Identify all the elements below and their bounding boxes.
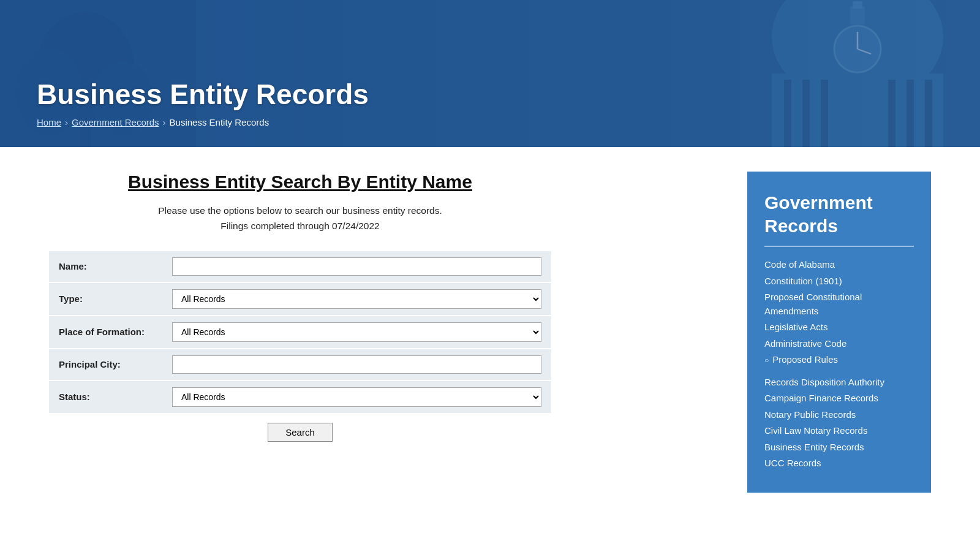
breadcrumb-current: Business Entity Records — [170, 117, 270, 127]
sidebar-item-proposed-constitutional: Proposed Constitutional Amendments — [764, 290, 914, 318]
sidebar-item-code-of-alabama: Code of Alabama — [764, 258, 914, 272]
sidebar-item-ucc-records: UCC Records — [764, 456, 914, 471]
main-content: Business Entity Search By Entity Name Pl… — [49, 172, 747, 442]
breadcrumb-sep-2: › — [163, 117, 166, 127]
breadcrumb-sep-1: › — [65, 117, 68, 127]
sidebar-link-ucc-records[interactable]: UCC Records — [764, 458, 821, 468]
hero-banner: Business Entity Records Home › Governmen… — [0, 0, 980, 147]
sidebar-link-notary-public[interactable]: Notary Public Records — [764, 409, 856, 420]
sidebar-link-proposed-rules[interactable]: Proposed Rules — [772, 353, 838, 367]
page-title: Business Entity Records — [37, 78, 943, 111]
name-field-wrapper — [172, 257, 541, 276]
search-button-row: Search — [49, 423, 551, 442]
breadcrumb: Home › Government Records › Business Ent… — [37, 117, 943, 127]
sidebar-item-legislative-acts: Legislative Acts — [764, 320, 914, 335]
place-select-wrapper: All Records Alabama Foreign — [172, 322, 541, 342]
sidebar-item-records-disposition: Records Disposition Authority — [764, 376, 914, 390]
sidebar-link-legislative-acts[interactable]: Legislative Acts — [764, 322, 827, 332]
name-input[interactable] — [172, 257, 541, 276]
sidebar-item-campaign-finance: Campaign Finance Records — [764, 392, 914, 406]
sidebar-link-campaign-finance[interactable]: Campaign Finance Records — [764, 393, 878, 403]
sidebar-item-business-entity: Business Entity Records — [764, 441, 914, 455]
sidebar-item-civil-law-notary: Civil Law Notary Records — [764, 424, 914, 438]
city-field-wrapper — [172, 355, 541, 374]
search-form: Name: Type: All Records Corporation LLC … — [49, 251, 551, 442]
search-section: Business Entity Search By Entity Name Pl… — [49, 172, 551, 442]
search-section-title: Business Entity Search By Entity Name — [49, 172, 551, 192]
sidebar-link-administrative-code[interactable]: Administrative Code — [764, 338, 846, 349]
search-button[interactable]: Search — [268, 423, 333, 442]
form-row-name: Name: — [49, 251, 551, 283]
sidebar: Government Records Code of Alabama Const… — [747, 172, 931, 493]
status-label: Status: — [59, 392, 172, 402]
search-desc-line2: Filings completed through 07/24/2022 — [221, 221, 379, 231]
sidebar-link-code-of-alabama[interactable]: Code of Alabama — [764, 259, 835, 270]
search-desc-line1: Please use the options below to search o… — [158, 205, 442, 216]
city-label: Principal City: — [59, 359, 172, 369]
status-select[interactable]: All Records Active Inactive Dissolved — [172, 387, 541, 407]
name-label: Name: — [59, 261, 172, 271]
form-row-place: Place of Formation: All Records Alabama … — [49, 316, 551, 349]
sidebar-link-proposed-constitutional[interactable]: Proposed Constitutional Amendments — [764, 292, 862, 316]
form-row-type: Type: All Records Corporation LLC Partne… — [49, 283, 551, 316]
sidebar-item-proposed-rules: Proposed Rules — [764, 353, 914, 367]
sidebar-link-records-disposition[interactable]: Records Disposition Authority — [764, 377, 884, 387]
type-select-wrapper: All Records Corporation LLC Partnership … — [172, 289, 541, 309]
form-row-city: Principal City: — [49, 349, 551, 381]
sidebar-title: Government Records — [764, 191, 914, 237]
city-input[interactable] — [172, 355, 541, 374]
sidebar-link-business-entity[interactable]: Business Entity Records — [764, 442, 864, 452]
main-layout: Business Entity Search By Entity Name Pl… — [12, 147, 968, 529]
sidebar-item-constitution: Constitution (1901) — [764, 274, 914, 289]
sidebar-link-constitution[interactable]: Constitution (1901) — [764, 276, 842, 286]
place-label: Place of Formation: — [59, 327, 172, 337]
form-row-status: Status: All Records Active Inactive Diss… — [49, 381, 551, 414]
sidebar-link-civil-law-notary[interactable]: Civil Law Notary Records — [764, 425, 867, 436]
type-select[interactable]: All Records Corporation LLC Partnership … — [172, 289, 541, 309]
sidebar-item-administrative-code: Administrative Code — [764, 337, 914, 351]
place-select[interactable]: All Records Alabama Foreign — [172, 322, 541, 342]
breadcrumb-home[interactable]: Home — [37, 117, 61, 127]
breadcrumb-gov-records[interactable]: Government Records — [72, 117, 159, 127]
sidebar-divider — [764, 246, 914, 247]
sidebar-links: Code of Alabama Constitution (1901) Prop… — [764, 258, 914, 471]
type-label: Type: — [59, 293, 172, 304]
sidebar-item-notary-public: Notary Public Records — [764, 408, 914, 422]
status-select-wrapper: All Records Active Inactive Dissolved — [172, 387, 541, 407]
search-description: Please use the options below to search o… — [49, 203, 551, 234]
